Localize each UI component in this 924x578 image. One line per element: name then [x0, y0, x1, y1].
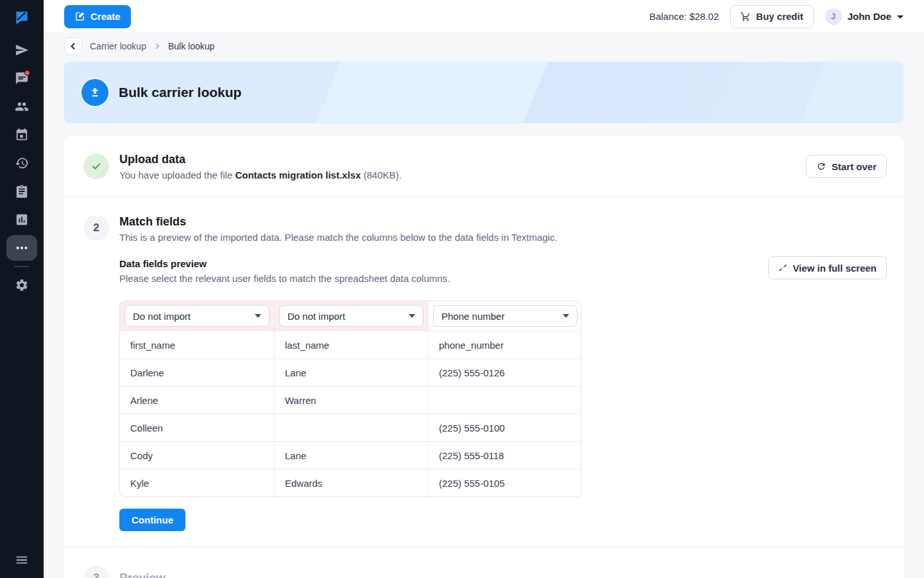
preview-step-title: Preview	[119, 571, 166, 578]
expand-icon	[778, 263, 787, 272]
column-mapping-select-3[interactable]: Phone number	[433, 305, 578, 327]
table-cell: (225) 555-0105	[428, 469, 581, 496]
table-cell: phone_number	[428, 331, 581, 358]
table-cell: Lane	[274, 359, 428, 386]
upload-description: You have uploaded the file Contacts migr…	[119, 170, 402, 180]
match-fields-title: Match fields	[119, 215, 558, 229]
table-cell: (225) 555-0100	[428, 414, 581, 441]
table-cell: Kyle	[120, 469, 274, 496]
buy-credit-label: Buy credit	[756, 11, 803, 22]
sidebar-item-more[interactable]	[6, 235, 37, 261]
match-fields-description: This is a preview of the imported data. …	[119, 232, 558, 243]
cart-icon	[740, 12, 751, 22]
preview-table: Do not import Do not import	[119, 301, 581, 497]
table-row: KyleEdwards(225) 555-0105	[120, 469, 581, 496]
sidebar-item-contacts[interactable]	[6, 94, 37, 119]
refresh-icon	[816, 161, 826, 171]
sidebar-item-tasks[interactable]	[6, 179, 37, 204]
table-row: ArleneWarren	[120, 386, 581, 414]
sidebar-item-reports[interactable]	[6, 207, 37, 232]
create-button-label: Create	[90, 11, 121, 22]
sidebar-divider	[14, 266, 30, 267]
step-number-badge: 3	[83, 565, 109, 578]
breadcrumb-bulk-lookup: Bulk lookup	[168, 41, 214, 51]
app-window: Create Balance: $28.02 Buy credit J John…	[0, 0, 924, 578]
sidebar-item-chats[interactable]	[6, 66, 37, 91]
send-icon	[15, 43, 29, 57]
table-cell: Darlene	[120, 359, 274, 386]
step-number-badge: 2	[83, 215, 109, 241]
preview-table-body: first_namelast_namephone_numberDarleneLa…	[120, 331, 581, 496]
column-mapping-select-1[interactable]: Do not import	[124, 305, 270, 327]
avatar: J	[825, 8, 842, 25]
table-row: DarleneLane(225) 555-0126	[120, 358, 581, 386]
column-mapping-select-2[interactable]: Do not import	[279, 305, 424, 327]
create-button[interactable]: Create	[64, 5, 131, 28]
uploaded-file-name: Contacts migration list.xlsx	[235, 170, 361, 180]
table-cell	[274, 414, 428, 441]
user-name: John Doe	[848, 11, 891, 22]
table-cell: Arlene	[120, 387, 274, 414]
sidebar-item-history[interactable]	[6, 150, 37, 176]
upload-circle-icon	[80, 77, 110, 108]
chevron-down-icon	[897, 15, 903, 19]
back-button[interactable]	[64, 37, 82, 55]
topbar: Create Balance: $28.02 Buy credit J John…	[44, 0, 924, 33]
buy-credit-button[interactable]: Buy credit	[730, 5, 813, 28]
page-title: Bulk carrier lookup	[119, 85, 241, 100]
sidebar-item-settings[interactable]	[6, 272, 37, 298]
column-mapping-cell: Do not import	[274, 301, 428, 331]
content: Carrier lookup Bulk lookup Bulk carrier …	[44, 33, 924, 578]
sidebar	[0, 0, 44, 578]
upload-icon	[88, 85, 102, 100]
table-cell: Colleen	[120, 414, 274, 441]
calendar-icon	[15, 128, 29, 142]
textmagic-logo[interactable]	[13, 9, 30, 26]
main-area: Create Balance: $28.02 Buy credit J John…	[44, 0, 924, 578]
table-cell: (225) 555-0118	[428, 442, 581, 469]
tasks-icon	[15, 184, 29, 198]
table-cell	[428, 387, 581, 414]
data-fields-preview-title: Data fields preview	[119, 258, 450, 269]
column-mapping-cell: Phone number	[428, 301, 581, 331]
table-cell: Lane	[274, 442, 428, 469]
chevron-down-icon	[563, 314, 569, 318]
step-complete-icon	[83, 153, 109, 179]
table-row: Colleen(225) 555-0100	[120, 414, 581, 441]
chevron-down-icon	[409, 314, 415, 318]
breadcrumb-carrier-lookup[interactable]: Carrier lookup	[90, 41, 146, 51]
history-icon	[15, 156, 29, 170]
reports-icon	[15, 213, 29, 227]
sidebar-collapse-button[interactable]	[6, 547, 37, 573]
balance-text: Balance: $28.02	[649, 11, 719, 22]
view-fullscreen-button[interactable]: View in full screen	[768, 256, 887, 279]
table-cell: (225) 555-0126	[428, 359, 581, 386]
table-row: CodyLane(225) 555-0118	[120, 441, 581, 469]
step-match-section: 2 Match fields This is a preview of the …	[64, 197, 903, 547]
table-cell: Cody	[120, 442, 274, 469]
notification-badge	[24, 70, 30, 76]
chevron-down-icon	[255, 314, 261, 318]
step-upload-section: Upload data You have uploaded the file C…	[64, 136, 903, 197]
start-over-label: Start over	[832, 161, 877, 172]
chevron-left-icon	[69, 42, 77, 50]
chevron-right-icon	[154, 40, 160, 52]
start-over-button[interactable]: Start over	[806, 155, 887, 178]
edit-icon	[74, 11, 85, 22]
table-cell: Edwards	[274, 469, 428, 496]
step-preview-section: 3 Preview	[64, 547, 903, 578]
breadcrumb: Carrier lookup Bulk lookup	[64, 37, 903, 55]
data-fields-preview-description: Please select the relevant user fields t…	[119, 273, 450, 284]
column-mapping-cell: Do not import	[120, 301, 274, 331]
contacts-icon	[15, 100, 29, 114]
user-menu[interactable]: J John Doe	[825, 8, 903, 25]
table-cell: first_name	[120, 331, 274, 358]
preview-table-header: Do not import Do not import	[120, 301, 581, 331]
sidebar-item-compose[interactable]	[6, 37, 37, 63]
check-icon	[90, 161, 102, 172]
sidebar-item-calendar[interactable]	[6, 122, 37, 148]
continue-button[interactable]: Continue	[119, 509, 185, 531]
table-row: first_namelast_namephone_number	[120, 331, 581, 358]
upload-title: Upload data	[119, 153, 402, 166]
settings-icon	[15, 278, 29, 292]
